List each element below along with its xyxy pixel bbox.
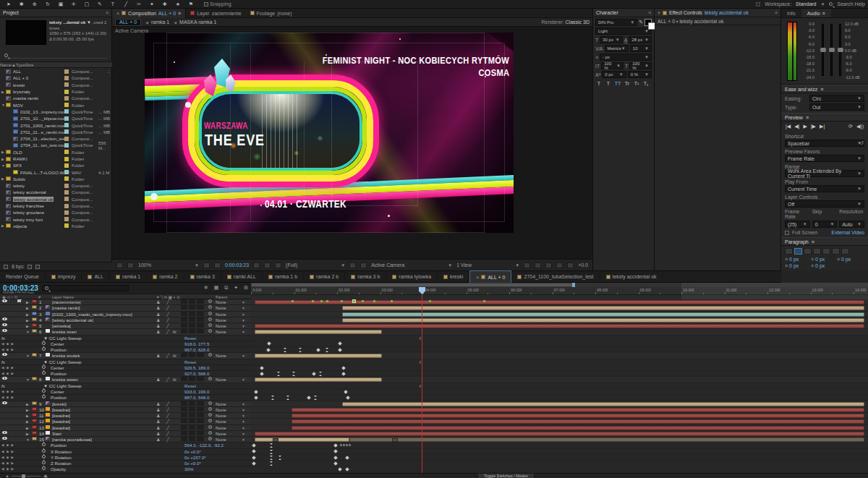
paragraph-field[interactable]: ≡0 px: [785, 263, 805, 268]
composition-viewport[interactable]: Active Camera: [112, 27, 592, 259]
keyframe-icon[interactable]: [270, 461, 273, 466]
align-button[interactable]: [841, 248, 849, 255]
align-button[interactable]: [794, 248, 802, 255]
expander-icon[interactable]: ▶: [1, 150, 4, 154]
selection-tool[interactable]: ➤: [3, 1, 14, 8]
layer-duration-bar[interactable]: [292, 408, 864, 412]
field-select[interactable]: Work Area Extended By Current Ti▼: [785, 170, 864, 177]
quality-icon[interactable]: ╱: [166, 353, 169, 359]
timeline-tab[interactable]: ramka 2 b: [304, 270, 345, 283]
quality-icon[interactable]: ╱: [166, 419, 169, 424]
character-tab[interactable]: Character: [596, 10, 618, 15]
property-row[interactable]: fx▼ CC Light SweepReset: [0, 336, 251, 341]
parent-select[interactable]: None: [216, 329, 226, 335]
parent-select[interactable]: None: [216, 299, 226, 305]
transparency-grid-icon[interactable]: [360, 263, 367, 268]
eye-icon[interactable]: [2, 401, 7, 404]
keyframe-icon[interactable]: [252, 449, 256, 453]
keyframe-icon[interactable]: [254, 390, 258, 394]
track-row[interactable]: [251, 312, 868, 317]
keyframe-icon[interactable]: [319, 372, 323, 376]
stopwatch-icon[interactable]: [42, 449, 46, 453]
property-row[interactable]: ◀ ◆ ▶Center918.0, 177.5: [0, 341, 251, 347]
layer-duration-bar[interactable]: [255, 354, 382, 358]
audio-fader-left[interactable]: [822, 24, 824, 76]
expander-icon[interactable]: ▶: [26, 305, 29, 311]
expander-icon[interactable]: ▼: [26, 329, 30, 335]
project-item-name[interactable]: 2701_11...e_ramki.mov: [20, 129, 67, 135]
kerning-field[interactable]: Metrics▼: [605, 45, 629, 52]
label-color-chip[interactable]: [64, 103, 69, 107]
property-row[interactable]: ◀ ◆ ▶Y Rotation0x +157.0°: [0, 455, 251, 461]
layer-name[interactable]: [kwadrat]: [52, 407, 70, 413]
parent-select[interactable]: None: [216, 401, 226, 407]
quality-icon[interactable]: ╱: [166, 329, 169, 335]
layer-row[interactable]: ▼6kreska zewn♟╱fxNone▼: [0, 329, 251, 335]
project-item[interactable]: teksty gnuolaneComposi...: [0, 209, 112, 215]
keyframe-icon[interactable]: [286, 396, 290, 400]
timeline-tab[interactable]: ramka 3 b: [345, 270, 386, 283]
marker-dot[interactable]: [429, 300, 431, 302]
chevron-down-icon[interactable]: ▼: [857, 222, 861, 226]
paragraph-field[interactable]: ≡0 px: [811, 263, 831, 268]
property-row[interactable]: ◀ ◆ ▶Center926.5, 189.0: [0, 365, 251, 371]
layer-duration-bar[interactable]: [292, 414, 864, 418]
layer-duration-bar[interactable]: [342, 306, 864, 310]
property-row[interactable]: fx▼ CC Light SweepReset: [0, 383, 251, 389]
lock-icon[interactable]: [17, 299, 21, 302]
project-item-name[interactable]: 0102_13...imprezy.mov: [20, 109, 67, 114]
type-tool[interactable]: T: [107, 1, 119, 8]
toggle-switches-modes-button[interactable]: Toggle Switches / Modes: [477, 473, 535, 478]
shy-icon[interactable]: ♟: [156, 425, 161, 431]
property-name[interactable]: Center: [51, 341, 64, 347]
property-name[interactable]: Position: [51, 347, 67, 353]
timeline-zoom-slider[interactable]: [6, 474, 48, 477]
keyframe-icon[interactable]: [314, 396, 318, 400]
label-color-chip[interactable]: [64, 197, 69, 201]
layer-row[interactable]: ▶1[zaciemnienie]♟╱None▼: [0, 299, 251, 305]
zoom-tool[interactable]: ⊕: [29, 1, 41, 8]
project-item-name[interactable]: teksty accidental ok: [13, 197, 54, 202]
eye-icon[interactable]: [2, 377, 7, 380]
timeline-tab[interactable]: kreski: [438, 270, 469, 283]
label-color-chip[interactable]: [64, 190, 69, 195]
track-row[interactable]: [251, 371, 868, 377]
chevron-down-icon[interactable]: ▼: [242, 323, 245, 329]
layer-duration-bar[interactable]: [255, 438, 349, 442]
font-family-select[interactable]: DIN Pro▼: [595, 19, 637, 26]
label-color-chip[interactable]: [64, 129, 69, 134]
track-row[interactable]: I: [251, 383, 868, 389]
parent-select[interactable]: None: [216, 377, 226, 383]
switch-cells[interactable]: [181, 407, 204, 411]
field-select[interactable]: Current Time▼: [785, 185, 864, 192]
marker-dot[interactable]: [312, 300, 314, 302]
layer-name[interactable]: Start: [52, 431, 61, 437]
magnification-icon[interactable]: [127, 263, 134, 268]
shy-icon[interactable]: ♟: [156, 419, 161, 424]
layer-marker[interactable]: [273, 438, 278, 442]
panel-menu-icon[interactable]: ≡: [820, 87, 823, 92]
property-name[interactable]: Z Rotation: [51, 461, 72, 466]
track-row[interactable]: [251, 305, 868, 311]
parent-select[interactable]: None: [216, 407, 226, 413]
tab-info[interactable]: Info: [781, 9, 801, 17]
interpret-footage-icon[interactable]: [4, 265, 8, 269]
zoom-in-icon[interactable]: [43, 474, 48, 477]
keyframe-navigator[interactable]: ◀ ◆ ▶: [1, 443, 14, 448]
fill-color-swatch[interactable]: [644, 19, 652, 26]
quality-icon[interactable]: ╱: [166, 305, 169, 311]
property-value[interactable]: 926.5, 189.0: [184, 365, 209, 371]
project-item-name[interactable]: kryształy: [13, 89, 30, 94]
keyframe-icon[interactable]: [333, 443, 338, 448]
eyedropper-icon[interactable]: ✎: [639, 20, 643, 25]
stopwatch-icon[interactable]: [42, 443, 46, 446]
transport-button[interactable]: ▶|: [820, 124, 825, 129]
chevron-down-icon[interactable]: ▼: [857, 187, 861, 191]
chevron-down-icon[interactable]: ▼: [242, 353, 245, 359]
easing-select[interactable]: Circ▼: [809, 95, 864, 102]
paragraph-title[interactable]: Paragraph: [785, 239, 809, 244]
exposure-icon[interactable]: [567, 263, 574, 268]
chevron-down-icon[interactable]: ▼: [242, 377, 245, 383]
parent-select[interactable]: None: [216, 323, 226, 329]
keyframe-navigator[interactable]: ◀ ◆ ▶: [1, 395, 14, 401]
